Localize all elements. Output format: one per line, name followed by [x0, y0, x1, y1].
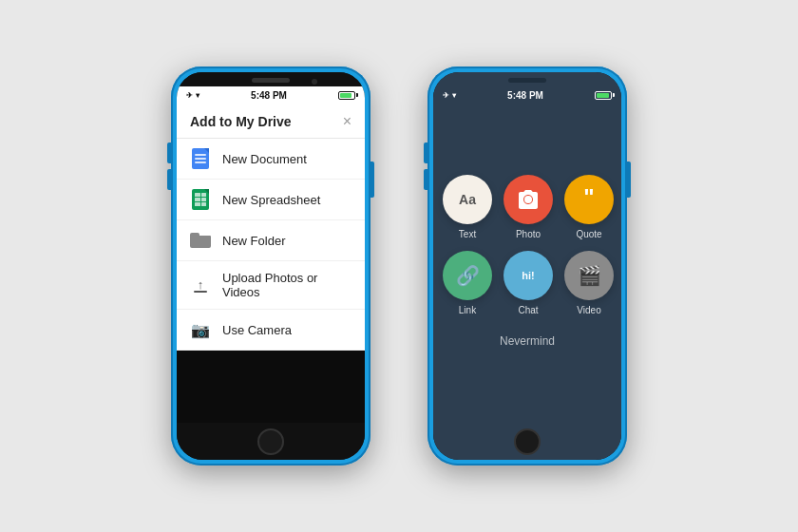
phone-1-status-bar: ✈ ▾ 5:48 PM: [177, 86, 365, 104]
photo-label: Photo: [516, 229, 541, 239]
chat-circle: hi!: [504, 251, 553, 300]
status-right-icons: [338, 91, 355, 100]
airplane-icon: ✈: [186, 91, 193, 100]
side-btn-volume: [167, 169, 171, 190]
photo-share-button[interactable]: Photo: [504, 175, 553, 239]
text-circle: Aa: [443, 175, 492, 224]
text-share-button[interactable]: Aa Text: [443, 175, 492, 239]
home-button-area-2: [433, 423, 621, 460]
link-label: Link: [459, 305, 476, 315]
phone-1-content: _mobile design book Modified: May 16, 20…: [177, 104, 365, 423]
side-btn-power: [370, 162, 374, 198]
photo-circle: [504, 175, 553, 224]
quote-label: Quote: [576, 229, 601, 239]
new-folder-label: New Folder: [222, 234, 285, 248]
new-spreadsheet-label: New Spreadsheet: [222, 193, 320, 207]
video-circle: 🎬: [564, 251, 614, 300]
sheet-icon: [190, 189, 211, 210]
quote-share-button[interactable]: " Quote: [564, 175, 614, 239]
link-share-button[interactable]: 🔗 Link: [443, 251, 492, 315]
battery-fill-2: [597, 93, 609, 98]
battery-fill: [340, 93, 352, 98]
use-camera-item[interactable]: 📷 Use Camera: [177, 310, 365, 351]
phone-2: ✈ ▾ 5:48 PM Aa Text: [428, 66, 627, 466]
scene: ✈ ▾ 5:48 PM _mobile design book: [171, 66, 627, 466]
home-button-area: [177, 423, 365, 460]
phone-1: ✈ ▾ 5:48 PM _mobile design book: [171, 66, 370, 466]
upload-arrow-icon: ↑: [198, 278, 204, 291]
phone-1-screen: ✈ ▾ 5:48 PM _mobile design book: [177, 72, 365, 460]
chat-share-button[interactable]: hi! Chat: [504, 251, 553, 315]
battery-icon-2: [595, 91, 612, 100]
phone-2-screen: ✈ ▾ 5:48 PM Aa Text: [433, 72, 621, 460]
status-left-icons: ✈ ▾: [186, 91, 200, 100]
modal-close-button[interactable]: ×: [343, 113, 352, 130]
upload-shape: ↑: [194, 277, 207, 293]
phone-2-status-bar: ✈ ▾ 5:48 PM: [433, 86, 621, 104]
quote-circle: ": [564, 175, 614, 224]
battery-icon: [338, 91, 355, 100]
folder-icon: [190, 230, 211, 251]
svg-point-0: [524, 196, 532, 203]
doc-icon: [190, 148, 211, 169]
upload-photos-item[interactable]: ↑ Upload Photos or Videos: [177, 261, 365, 310]
new-document-item[interactable]: New Document: [177, 139, 365, 180]
side-btn-volume-2: [424, 169, 428, 190]
speaker: [252, 78, 290, 83]
link-circle: 🔗: [443, 251, 492, 300]
side-btn-power-2: [627, 162, 631, 198]
wifi-icon-2: ▾: [452, 91, 456, 100]
nevermind-button[interactable]: Nevermind: [484, 331, 570, 352]
use-camera-label: Use Camera: [222, 323, 292, 337]
wifi-icon: ▾: [196, 91, 200, 100]
modal-overlay: Add to My Drive ×: [177, 104, 365, 423]
phone-1-top: [177, 72, 365, 86]
photo-icon: [517, 188, 540, 211]
status-time-2: 5:48 PM: [507, 90, 543, 101]
chat-label: Chat: [518, 305, 538, 315]
upload-icon: ↑: [190, 275, 211, 295]
home-button-2[interactable]: [514, 428, 541, 455]
status-time: 5:48 PM: [251, 90, 287, 101]
airplane-icon-2: ✈: [443, 91, 449, 100]
side-btn-mute-2: [424, 142, 428, 163]
side-btn-mute: [167, 142, 171, 163]
modal-title: Add to My Drive: [190, 114, 292, 129]
video-label: Video: [577, 305, 600, 315]
share-screen-body: Aa Text Photo: [433, 104, 621, 423]
video-share-button[interactable]: 🎬 Video: [564, 251, 614, 315]
status-left-2: ✈ ▾: [443, 91, 456, 100]
add-to-drive-modal: Add to My Drive ×: [177, 104, 365, 351]
camera-icon: 📷: [190, 319, 211, 340]
new-spreadsheet-item[interactable]: New Spreadsheet: [177, 180, 365, 220]
modal-header: Add to My Drive ×: [177, 104, 365, 139]
phone-2-top: [433, 72, 621, 86]
camera-dot: [312, 79, 317, 85]
text-label: Text: [459, 229, 476, 239]
google-doc-icon: [192, 148, 209, 169]
upload-photos-label: Upload Photos or Videos: [222, 271, 352, 299]
speaker-2: [508, 78, 546, 83]
share-buttons-grid: Aa Text Photo: [443, 175, 612, 315]
phone-2-content: Aa Text Photo: [433, 104, 621, 423]
new-document-label: New Document: [222, 152, 307, 166]
google-sheet-icon: [192, 189, 209, 210]
camera-shape: 📷: [191, 321, 210, 339]
new-folder-item[interactable]: New Folder: [177, 220, 365, 261]
status-right-2: [595, 91, 612, 100]
home-button[interactable]: [257, 428, 284, 455]
folder-shape: [190, 233, 211, 248]
